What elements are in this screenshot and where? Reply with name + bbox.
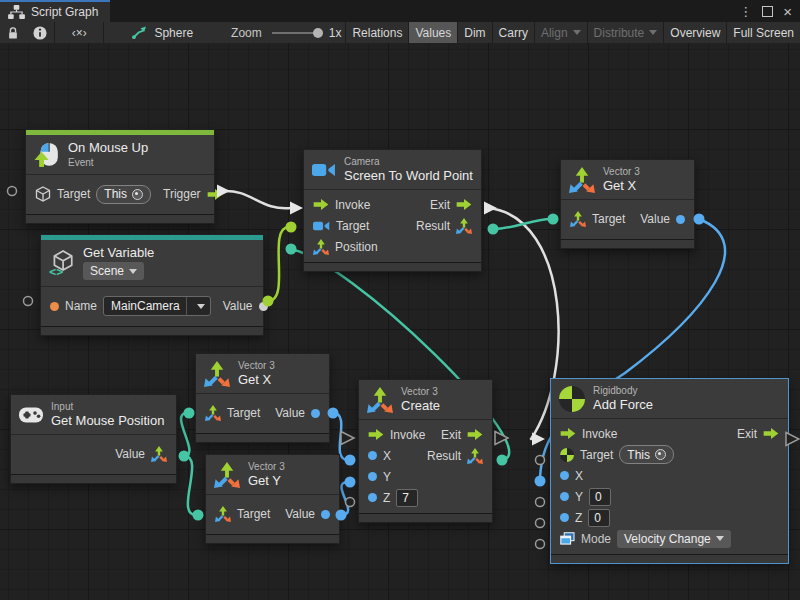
vector3-port-icon[interactable] (205, 405, 221, 421)
zoom-slider-knob[interactable] (313, 28, 323, 38)
port-row-z: Z 7 (359, 487, 492, 508)
values-toggle[interactable]: Values (409, 22, 457, 43)
float-port-dot[interactable] (311, 409, 320, 418)
graph-canvas[interactable]: On Mouse Up Event Target This Trigger (0, 43, 800, 600)
node-category: Camera (344, 156, 473, 167)
name-label: Name (65, 299, 97, 313)
float-port-dot[interactable] (560, 471, 569, 480)
z-value-field[interactable]: 7 (396, 489, 418, 507)
flow-arrow-icon[interactable] (456, 199, 472, 210)
chevron-down-icon (649, 30, 657, 35)
target-label: Target (227, 406, 260, 420)
float-port-dot[interactable] (368, 472, 377, 481)
connector-camera-invoke-in (290, 202, 303, 215)
node-get-variable[interactable]: Get Variable Scene Name MainCamera (40, 234, 264, 336)
float-port-dot[interactable] (321, 510, 330, 519)
this-target-chip[interactable]: This (619, 445, 674, 464)
this-target-chip[interactable]: This (96, 185, 151, 204)
target-label: Target (336, 219, 369, 233)
fullscreen-button[interactable]: Full Screen (727, 22, 800, 43)
node-on-mouse-up[interactable]: On Mouse Up Event Target This Trigger (25, 129, 215, 224)
rigidbody-icon (559, 386, 585, 412)
tab-title: Script Graph (31, 5, 98, 19)
chevron-down-icon (129, 269, 137, 274)
z-label: Z (575, 511, 582, 525)
node-footer (359, 513, 492, 522)
close-icon[interactable]: × (783, 3, 792, 20)
position-label: Position (335, 240, 378, 254)
float-port-dot[interactable] (368, 451, 377, 460)
zoom-slider[interactable] (272, 32, 321, 34)
float-port-dot[interactable] (560, 513, 569, 522)
float-port-dot[interactable] (676, 215, 685, 224)
gameobject-cube-icon[interactable] (35, 186, 51, 202)
float-port-dot[interactable] (560, 492, 569, 501)
node-get-y[interactable]: Vector 3 Get Y Target Value (205, 454, 340, 544)
info-button[interactable] (26, 22, 54, 43)
port-row-value: Value (11, 439, 176, 469)
port-create-result-out (497, 455, 508, 466)
target-label: Target (580, 448, 613, 462)
port-getx-target-in (184, 408, 195, 419)
node-get-x-top[interactable]: Vector 3 Get X Target Value (560, 159, 695, 249)
connector-addforce-invoke-in (532, 433, 545, 446)
relations-toggle[interactable]: Relations (346, 22, 408, 43)
value-label: Value (223, 299, 253, 313)
carry-toggle[interactable]: Carry (493, 22, 534, 43)
graph-icon (132, 26, 147, 39)
object-port-dot[interactable] (259, 302, 268, 311)
port-gety-target-in (193, 510, 204, 521)
scope-picker-icon (132, 189, 143, 200)
flow-arrow-icon[interactable] (763, 428, 779, 439)
vector3-port-icon[interactable] (570, 211, 586, 227)
dim-toggle[interactable]: Dim (458, 22, 491, 43)
camera-port-icon[interactable] (313, 220, 330, 232)
exit-label: Exit (441, 428, 461, 442)
code-preview-button[interactable]: ‹×› (55, 22, 103, 43)
overview-button[interactable]: Overview (664, 22, 726, 43)
vector3-port-icon[interactable] (151, 446, 167, 462)
variable-name-dropdown[interactable]: MainCamera (103, 296, 211, 316)
vector3-port-icon[interactable] (467, 448, 483, 464)
window-menu-icon[interactable]: ⋮ (739, 4, 752, 19)
vector3-port-icon[interactable] (215, 506, 231, 522)
distribute-dropdown[interactable]: Distribute (588, 22, 664, 43)
node-category: Vector 3 (401, 386, 440, 397)
z-label: Z (383, 491, 390, 505)
port-addforce-mode-in (536, 540, 545, 549)
lock-button[interactable] (0, 22, 26, 43)
node-footer (196, 433, 329, 442)
force-mode-dropdown[interactable]: Velocity Change (617, 530, 731, 548)
node-add-force[interactable]: Rigidbody Add Force Invoke Exit Target T… (550, 378, 789, 564)
port-row-x-result: X Result (359, 445, 492, 466)
port-row-target-value: Target Value (196, 398, 329, 428)
force-mode-icon[interactable] (560, 532, 575, 545)
variable-kind-dropdown[interactable]: Scene (83, 262, 144, 280)
node-get-x[interactable]: Vector 3 Get X Target Value (195, 353, 330, 443)
vector3-port-icon[interactable] (313, 239, 329, 255)
node-title: Add Force (593, 398, 653, 412)
vector3-port-icon[interactable] (456, 218, 472, 234)
node-screen-to-world-point[interactable]: Camera Screen To World Point Invoke Exit… (303, 149, 482, 272)
z-value-field[interactable]: 0 (588, 509, 610, 527)
flow-arrow-icon[interactable] (560, 428, 576, 439)
tab-script-graph[interactable]: Script Graph (0, 0, 110, 22)
rigidbody-port-icon[interactable] (560, 448, 574, 462)
flow-arrow-icon[interactable] (313, 199, 329, 210)
maximize-icon[interactable] (762, 6, 773, 17)
flow-arrow-icon[interactable] (207, 189, 223, 200)
string-port-dot[interactable] (50, 302, 59, 311)
flow-arrow-icon[interactable] (467, 429, 483, 440)
y-label: Y (575, 490, 583, 504)
node-get-mouse-position[interactable]: Input Get Mouse Position Value (10, 394, 177, 484)
port-create-x-in (345, 455, 356, 466)
node-vector3-create[interactable]: Vector 3 Create Invoke Exit X Result (358, 379, 493, 523)
port-row-y: Y 0 (551, 486, 788, 507)
align-dropdown[interactable]: Align (535, 22, 587, 43)
float-port-dot[interactable] (368, 493, 377, 502)
flow-arrow-icon[interactable] (368, 429, 384, 440)
y-value-field[interactable]: 0 (589, 488, 611, 506)
graph-breadcrumb[interactable]: Sphere (126, 22, 199, 43)
node-category: Input (51, 401, 164, 412)
port-camera-target-in (286, 222, 297, 233)
